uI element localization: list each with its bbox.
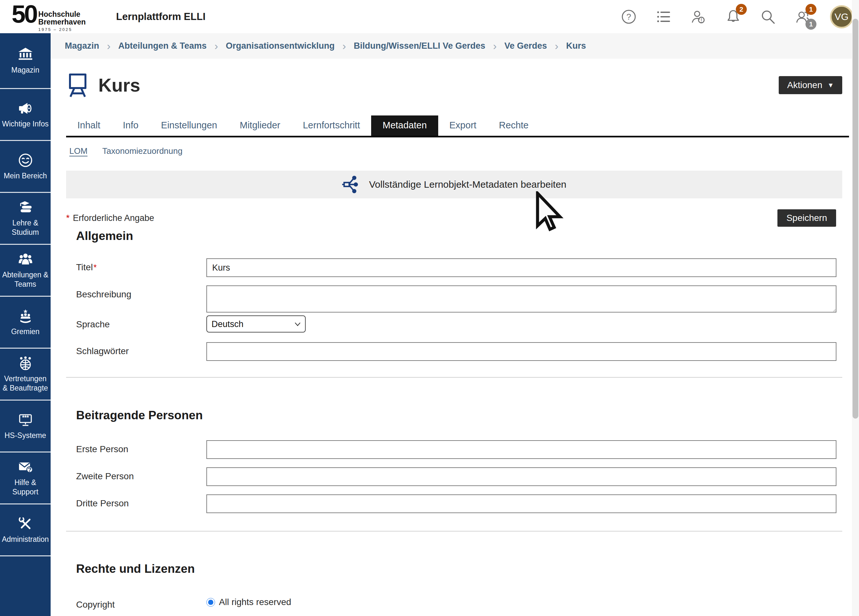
list-icon[interactable] <box>656 9 672 25</box>
breadcrumb-abteilungen-teams[interactable]: Abteilungen & Teams <box>118 41 207 51</box>
help-icon[interactable]: ? <box>621 9 637 25</box>
sidebar-item-vertretungen-beauftragte[interactable]: Vertretungen & Beauftragte <box>0 349 51 400</box>
tabs: Inhalt Info Einstellungen Mitglieder Ler… <box>66 116 849 138</box>
smiley-icon <box>18 153 33 168</box>
main-area: Magazin › Abteilungen & Teams › Organisa… <box>51 33 852 616</box>
svg-text:?: ? <box>28 467 31 473</box>
required-note: Erforderliche Angabe <box>73 213 154 223</box>
copyright-radio-all-rights-reserved[interactable] <box>206 598 215 607</box>
who-is-online-icon[interactable]: ! <box>691 9 706 25</box>
speichern-button[interactable]: Speichern <box>778 209 836 227</box>
topbar-icons: ? ! <box>621 0 853 33</box>
tools-icon <box>18 516 33 532</box>
sidebar-item-magazin[interactable]: Magazin <box>0 33 51 89</box>
sidebar-item-hilfe-support[interactable]: ? Hilfe & Support <box>0 452 51 504</box>
chevron-right-icon: › <box>107 40 111 52</box>
logo-line2: Bremerhaven <box>38 18 86 26</box>
section-heading-allgemein: Allgemein <box>76 229 842 243</box>
form-row-dritte-person: Dritte Person <box>76 494 836 513</box>
globe-people-icon <box>18 355 33 371</box>
chevron-right-icon: › <box>554 40 558 52</box>
tab-mitglieder[interactable]: Mitglieder <box>228 116 292 136</box>
bank-icon <box>18 47 33 62</box>
avatar[interactable]: VG <box>830 5 853 28</box>
subtab-taxonomiezuordnung[interactable]: Taxonomiezuordnung <box>102 146 183 156</box>
beschreibung-textarea[interactable] <box>206 285 836 313</box>
sidebar-item-lehre-studium[interactable]: Lehre & Studium <box>0 193 51 245</box>
books-icon <box>18 200 33 215</box>
form-row-beschreibung: Beschreibung <box>76 285 836 313</box>
tab-einstellungen[interactable]: Einstellungen <box>150 116 228 136</box>
search-icon[interactable] <box>760 9 776 25</box>
sidebar-item-abteilungen-teams[interactable]: Abteilungen & Teams <box>0 245 51 297</box>
sidebar-item-wichtige-infos[interactable]: Wichtige Infos <box>0 89 51 141</box>
tab-export[interactable]: Export <box>438 116 488 136</box>
breadcrumb-organisationsentwicklung[interactable]: Organisationsentwicklung <box>226 41 335 51</box>
svg-text:***: *** <box>22 414 29 421</box>
edit-full-metadata-banner[interactable]: Vollständige Lernobjekt-Metadaten bearbe… <box>66 170 842 199</box>
hochschule-bremerhaven-logo[interactable]: 50 Hochschule Bremerhaven 1975 – 2025 <box>12 2 86 32</box>
sidebar-filler <box>0 557 51 616</box>
logo-number: 50 <box>12 2 36 26</box>
contacts-badge-bottom: 1 <box>806 19 817 30</box>
metadata-form: Titel* Beschreibung Sprache Deutsch <box>76 258 836 361</box>
committee-icon <box>18 308 33 324</box>
notifications-bell-icon[interactable]: 2 <box>726 9 741 25</box>
required-asterisk: * <box>66 213 70 223</box>
titel-label: Titel* <box>76 258 206 272</box>
svg-text:?: ? <box>626 12 631 22</box>
hub-network-icon <box>342 175 361 194</box>
breadcrumb: Magazin › Abteilungen & Teams › Organisa… <box>51 33 852 59</box>
chevron-right-icon: › <box>342 40 346 52</box>
breadcrumb-bildung-wissen[interactable]: Bildung/Wissen/ELLI Ve Gerdes <box>354 41 485 51</box>
sidebar-item-hs-systeme[interactable]: *** HS-Systeme <box>0 400 51 452</box>
contacts-badge-top: 1 <box>806 4 817 15</box>
logo-line1: Hochschule <box>38 10 86 18</box>
tab-inhalt[interactable]: Inhalt <box>66 116 112 136</box>
beschreibung-label: Beschreibung <box>76 285 206 300</box>
dritte-person-input[interactable] <box>206 494 836 513</box>
page: 50 Hochschule Bremerhaven 1975 – 2025 Le… <box>0 0 859 616</box>
sidebar-item-administration[interactable]: Administration <box>0 504 51 557</box>
contacts-icon[interactable]: 1 1 <box>795 9 811 25</box>
logo-years: 1975 – 2025 <box>38 27 86 32</box>
section-heading-beitragende: Beitragende Personen <box>76 409 842 422</box>
dritte-person-label: Dritte Person <box>76 494 206 509</box>
breadcrumb-ve-gerdes[interactable]: Ve Gerdes <box>504 41 547 51</box>
erste-person-input[interactable] <box>206 440 836 459</box>
banner-label: Vollständige Lernobjekt-Metadaten bearbe… <box>369 179 566 190</box>
content: Kurs Aktionen ▼ Inhalt Info Einstellunge… <box>51 72 852 610</box>
erste-person-label: Erste Person <box>76 440 206 454</box>
chevron-right-icon: › <box>214 40 218 52</box>
topbar: 50 Hochschule Bremerhaven 1975 – 2025 Le… <box>0 0 859 33</box>
chevron-right-icon: › <box>493 40 497 52</box>
required-note-row: * Erforderliche Angabe Speichern <box>66 209 842 227</box>
sprache-select[interactable]: Deutsch <box>206 316 306 333</box>
subtab-lom[interactable]: LOM <box>69 146 87 156</box>
tab-rechte[interactable]: Rechte <box>487 116 540 136</box>
schlagwoerter-input[interactable] <box>206 342 836 361</box>
zweite-person-label: Zweite Person <box>76 467 206 482</box>
form-row-zweite-person: Zweite Person <box>76 467 836 486</box>
breadcrumb-kurs[interactable]: Kurs <box>566 41 586 51</box>
monitor-icon: *** <box>18 412 33 428</box>
aktionen-button[interactable]: Aktionen ▼ <box>779 76 842 94</box>
sidebar-item-gremien[interactable]: Gremien <box>0 297 51 349</box>
course-blackboard-icon <box>66 73 89 98</box>
tab-metadaten[interactable]: Metadaten <box>371 116 438 136</box>
form-row-sprache: Sprache Deutsch <box>76 316 836 333</box>
zweite-person-input[interactable] <box>206 467 836 486</box>
titel-input[interactable] <box>206 258 836 277</box>
tab-lernfortschritt[interactable]: Lernfortschritt <box>292 116 371 136</box>
form-row-schlagwoerter: Schlagwörter <box>76 342 836 361</box>
breadcrumb-magazin[interactable]: Magazin <box>65 41 99 51</box>
form-row-erste-person: Erste Person <box>76 440 836 459</box>
sprache-label: Sprache <box>76 316 206 330</box>
sidebar: Magazin Wichtige Infos Mein Bereich <box>0 33 51 616</box>
copyright-option-label: All rights reserved <box>219 597 291 607</box>
rights-form: Copyright All rights reserved <box>76 596 836 610</box>
vertical-scrollbar[interactable] <box>852 0 859 616</box>
sidebar-item-mein-bereich[interactable]: Mein Bereich <box>0 141 51 193</box>
scrollbar-thumb[interactable] <box>853 19 858 419</box>
tab-info[interactable]: Info <box>112 116 150 136</box>
